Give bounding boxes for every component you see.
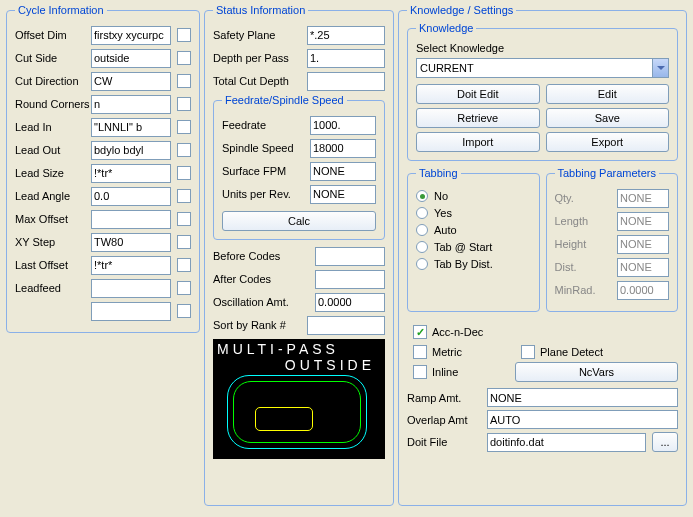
cycle-input[interactable] [91,118,171,137]
tabbing-legend: Tabbing [416,167,461,179]
tp-label: Qty. [555,192,574,204]
cycle-input[interactable] [91,302,171,321]
cycle-input[interactable] [91,256,171,275]
before-codes-input[interactable] [315,247,385,266]
cycle-checkbox[interactable] [177,166,191,180]
import-button[interactable]: Import [416,132,540,152]
tp-input [617,235,669,254]
preview-outline-inner [255,407,313,431]
cycle-checkbox[interactable] [177,235,191,249]
preview-panel: MULTI-PASS OUTSIDE [213,339,385,459]
cycle-input[interactable] [91,210,171,229]
depth-pass-label: Depth per Pass [213,52,303,64]
cycle-checkbox[interactable] [177,212,191,226]
knowledge-fieldset: Knowledge Select Knowledge CURRENT Doit … [407,22,678,161]
safety-plane-input[interactable] [307,26,385,45]
tp-label: Length [555,215,589,227]
knowledge-col: Knowledge / Settings Knowledge Select Kn… [398,4,687,512]
overlap-input[interactable] [487,410,678,429]
cycle-checkbox[interactable] [177,304,191,318]
tp-input [617,258,669,277]
metric-label: Metric [432,346,462,358]
cycle-checkbox[interactable] [177,120,191,134]
doit-edit-button[interactable]: Doit Edit [416,84,540,104]
surface-input[interactable] [310,162,376,181]
cycle-label: Lead Out [15,144,91,156]
cycle-checkbox[interactable] [177,143,191,157]
feedrate-input[interactable] [310,116,376,135]
select-knowledge-value: CURRENT [420,62,474,74]
units-label: Units per Rev. [222,188,310,200]
ramp-label: Ramp Amt. [407,392,481,404]
tabbing-fieldset: Tabbing NoYesAutoTab @ StartTab By Dist. [407,167,540,312]
cycle-label: Lead Angle [15,190,91,202]
knowledge-legend: Knowledge [416,22,476,34]
cycle-input[interactable] [91,72,171,91]
ramp-input[interactable] [487,388,678,407]
cycle-checkbox[interactable] [177,74,191,88]
chevron-down-icon [652,59,668,77]
cycle-input[interactable] [91,279,171,298]
retrieve-button[interactable]: Retrieve [416,108,540,128]
tabbing-radio-label: Tab @ Start [434,241,492,253]
cycle-input[interactable] [91,233,171,252]
tabbing-radio-label: Auto [434,224,457,236]
cycle-label: Round Corners [15,98,91,110]
save-button[interactable]: Save [546,108,670,128]
cycle-input[interactable] [91,164,171,183]
tp-input [617,212,669,231]
inline-label: Inline [432,366,458,378]
tp-label: Height [555,238,587,250]
cycle-checkbox[interactable] [177,51,191,65]
cycle-input[interactable] [91,187,171,206]
units-input[interactable] [310,185,376,204]
cycle-label: Max Offset [15,213,91,225]
cycle-checkbox[interactable] [177,281,191,295]
preview-title1: MULTI-PASS [217,341,339,357]
tabbing-radio[interactable] [416,207,428,219]
cycle-checkbox[interactable] [177,28,191,42]
knowledge-settings-legend: Knowledge / Settings [407,4,516,16]
surface-label: Surface FPM [222,165,310,177]
oscillation-input[interactable] [315,293,385,312]
doit-file-input[interactable] [487,433,646,452]
doit-file-browse-button[interactable]: ... [652,432,678,452]
tabbing-radio[interactable] [416,241,428,253]
export-button[interactable]: Export [546,132,670,152]
acc-n-dec-checkbox[interactable] [413,325,427,339]
edit-button[interactable]: Edit [546,84,670,104]
select-knowledge-dropdown[interactable]: CURRENT [416,58,669,78]
tabbing-radio[interactable] [416,258,428,270]
tabbing-radio[interactable] [416,190,428,202]
tp-label: MinRad. [555,284,596,296]
tabbing-radio-label: No [434,190,448,202]
after-codes-label: After Codes [213,273,303,285]
tp-label: Dist. [555,261,577,273]
inline-checkbox[interactable] [413,365,427,379]
feed-legend: Feedrate/Spindle Speed [222,94,347,106]
sort-input[interactable] [307,316,385,335]
plane-detect-checkbox[interactable] [521,345,535,359]
cycle-input[interactable] [91,141,171,160]
depth-pass-input[interactable] [307,49,385,68]
cycle-checkbox[interactable] [177,258,191,272]
doit-file-label: Doit File [407,436,481,448]
spindle-input[interactable] [310,139,376,158]
cycle-col: Cycle Information Offset DimCut SideCut … [6,4,198,512]
metric-checkbox[interactable] [413,345,427,359]
cycle-checkbox[interactable] [177,189,191,203]
cycle-input[interactable] [91,95,171,114]
cycle-input[interactable] [91,49,171,68]
calc-button[interactable]: Calc [222,211,376,231]
ncvars-button[interactable]: NcVars [515,362,678,382]
total-cut-input[interactable] [307,72,385,91]
spindle-label: Spindle Speed [222,142,310,154]
tabbing-radio-label: Yes [434,207,452,219]
cycle-checkbox[interactable] [177,97,191,111]
tabbing-radio[interactable] [416,224,428,236]
cycle-label: Lead In [15,121,91,133]
overlap-label: Overlap Amt [407,414,481,426]
plane-detect-label: Plane Detect [540,346,603,358]
cycle-input[interactable] [91,26,171,45]
after-codes-input[interactable] [315,270,385,289]
